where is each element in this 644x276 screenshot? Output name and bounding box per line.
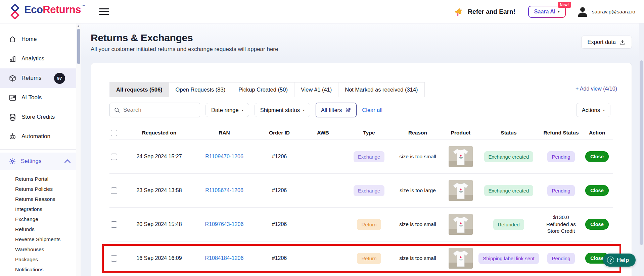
type-cell: Return [345, 253, 393, 264]
reason-value: size is too small [399, 154, 436, 160]
sidebar-item-analytics[interactable]: Analytics [0, 49, 81, 68]
reason-value: size is too large [400, 187, 436, 194]
requests-table: Requested onRANOrder IDAWBTypeReasonProd… [109, 126, 613, 275]
sidebar-subitem-exchange[interactable]: Exchange [0, 214, 81, 224]
action-cell: Close [584, 219, 610, 230]
order-id-value: #1206 [272, 154, 287, 160]
type-cell: Exchange [345, 185, 393, 196]
sidebar-subitem-reverse-shipments[interactable]: Reverse Shipments [0, 234, 81, 244]
row-checkbox-cell [109, 255, 128, 262]
chevron-down-icon: ▾ [303, 108, 305, 112]
view-tabs: All requests (506)Open Requests (83)Pick… [109, 82, 613, 97]
shipment-status-label: Shipment status [260, 107, 300, 113]
product-image[interactable] [449, 248, 473, 269]
status-badge: Shipping label link sent [478, 253, 539, 264]
sidebar-subitem-developer-tools[interactable]: Developer Tools [0, 275, 81, 276]
tab-3[interactable]: Pickup Created (50) [232, 82, 294, 97]
sidebar-item-returns[interactable]: Returns97 [0, 68, 81, 88]
help-button[interactable]: ? Help [603, 254, 636, 267]
actions-dropdown[interactable]: Actions ▾ [576, 103, 610, 117]
column-header: Product [443, 130, 479, 136]
product-image[interactable] [449, 214, 473, 235]
sidebar-subitem-integrations[interactable]: Integrations [0, 204, 81, 214]
refund-status-cell: Pending [539, 151, 584, 162]
sidebar-scroll-thumb[interactable] [77, 29, 80, 64]
product-image[interactable] [449, 146, 473, 167]
trademark-symbol: ™ [81, 4, 85, 8]
refund-status-badge: Pending [547, 151, 574, 162]
type-badge: Return [357, 253, 381, 264]
new-badge: New! [558, 2, 571, 8]
product-image[interactable] [449, 180, 473, 201]
order-id-value: #1206 [272, 187, 287, 194]
sidebar-subitem-refunds[interactable]: Refunds [0, 224, 81, 234]
status-badge: Exchange created [484, 185, 534, 196]
logo-diamond-icon [9, 4, 21, 19]
ran-link[interactable]: R1109470-1206 [205, 154, 243, 160]
column-header: Reason [393, 130, 443, 136]
saara-ai-dropdown[interactable]: Saara AI ▾ New! [528, 6, 566, 18]
search-box[interactable] [109, 103, 200, 117]
sidebar-subitem-packages[interactable]: Packages [0, 255, 81, 265]
row-checkbox[interactable] [111, 221, 117, 228]
sidebar-item-store-credits[interactable]: Store Credits [0, 107, 81, 127]
export-data-label: Export data [588, 39, 616, 45]
export-data-button[interactable]: Export data [581, 36, 632, 49]
sidebar-item-ai-tools[interactable]: AI Tools [0, 88, 81, 107]
clear-all-link[interactable]: Clear all [362, 107, 382, 113]
add-view-button[interactable]: + Add view (4/10) [576, 86, 617, 92]
column-header: Status [479, 130, 539, 136]
row-checkbox-cell [109, 154, 128, 160]
home-icon [9, 36, 16, 43]
status-cell: Exchange created [479, 185, 539, 196]
close-button[interactable]: Close [585, 219, 609, 230]
scroll-up-arrow-icon[interactable]: ▲ [76, 24, 81, 27]
ran-link[interactable]: R1105674-1206 [205, 187, 243, 194]
sidebar-scrollbar[interactable]: ▲ [76, 23, 81, 276]
tab-1[interactable]: All requests (506) [109, 82, 169, 97]
close-button[interactable]: Close [585, 151, 609, 162]
sidebar-subitem-returns-policies[interactable]: Returns Policies [0, 184, 81, 194]
account-menu[interactable]: saurav.p@saara.io [577, 6, 635, 18]
sidebar-subitem-returns-portal[interactable]: Returns Portal [0, 174, 81, 184]
sidebar-subitem-notifications[interactable]: Notifications [0, 265, 81, 275]
hamburger-menu-icon[interactable] [99, 7, 109, 16]
tab-4[interactable]: View #1 (41) [294, 82, 338, 97]
page-scrollbar[interactable] [639, 23, 644, 276]
chevron-up-icon [64, 158, 71, 165]
sidebar-subitem-returns-reasons[interactable]: Returns Reasons [0, 194, 81, 204]
tab-5[interactable]: Not Marked as received (314) [338, 82, 424, 97]
sidebar-item-home[interactable]: Home [0, 30, 81, 49]
sidebar-item-settings[interactable]: Settings [0, 153, 81, 170]
ecoreturns-logo[interactable]: EcoReturns™ [9, 4, 85, 19]
row-checkbox[interactable] [111, 255, 117, 262]
table-row: 23 Sep 2024 13:58R1105674-1206#1206Excha… [109, 173, 613, 207]
select-all-checkbox[interactable] [111, 130, 117, 136]
status-badge: Exchange created [484, 151, 534, 162]
ran-cell: R1109470-1206 [191, 154, 258, 160]
row-checkbox[interactable] [111, 187, 117, 194]
column-header: AWB [301, 130, 345, 136]
ran-link[interactable]: R1084184-1206 [205, 255, 244, 261]
close-button[interactable]: Close [585, 185, 609, 196]
date-range-dropdown[interactable]: Date range ▾ [205, 103, 249, 117]
refund-status-badge: Pending [547, 185, 574, 196]
date-range-label: Date range [211, 107, 239, 113]
tab-2[interactable]: Open Requests (83) [169, 82, 232, 97]
shipment-status-dropdown[interactable]: Shipment status ▾ [255, 103, 310, 117]
help-label: Help [617, 257, 629, 263]
sidebar-subitem-warehouses[interactable]: Warehouses [0, 244, 81, 255]
reason-value: size is too small [399, 221, 436, 227]
main-content: Returns & Exchanges All your customer in… [81, 23, 644, 276]
sidebar-item-automation[interactable]: Automation [0, 127, 81, 146]
row-checkbox[interactable] [111, 154, 117, 160]
search-input[interactable] [123, 107, 196, 113]
page-scroll-thumb[interactable] [640, 60, 643, 245]
requested-on-value: 23 Sep 2024 13:58 [136, 187, 182, 194]
all-filters-button[interactable]: All filters [316, 103, 357, 117]
ran-link[interactable]: R1097643-1206 [205, 221, 244, 227]
question-mark-icon: ? [607, 257, 614, 264]
refer-and-earn[interactable]: Refer and Earn! [454, 6, 515, 17]
sidebar-item-label: Home [21, 36, 37, 43]
returns-count-badge: 97 [54, 73, 65, 84]
